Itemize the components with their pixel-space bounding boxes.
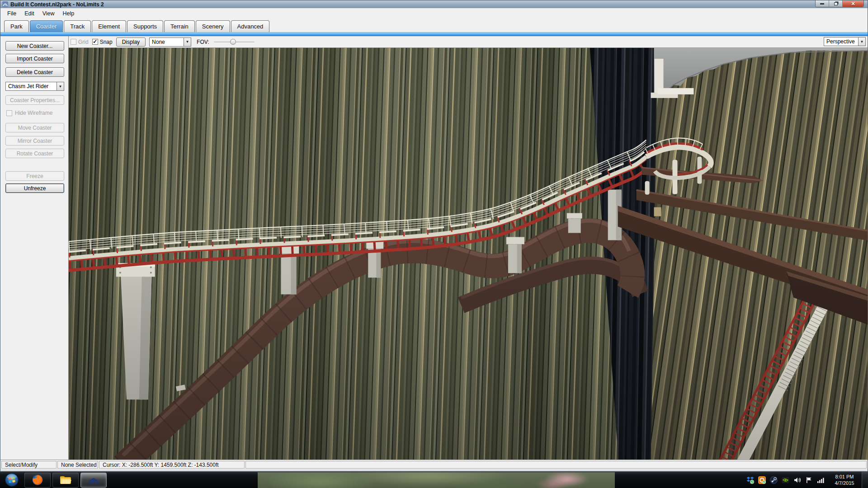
hide-wireframe-checkbox-row: Hide Wireframe	[6, 110, 52, 116]
menu-edit[interactable]: Edit	[20, 9, 38, 18]
windows-start-icon	[5, 473, 19, 487]
vignette	[69, 48, 868, 460]
display-button[interactable]: Display	[116, 38, 146, 47]
fov-label: FOV:	[197, 39, 209, 45]
taskbar-wallpaper-strip	[258, 472, 615, 488]
restore-button[interactable]	[829, 0, 843, 7]
minimize-icon	[820, 3, 824, 5]
steam-icon[interactable]	[768, 474, 779, 485]
desktop-screen: Build It Contest.nl2park - NoLimits 2 ✕ …	[0, 0, 868, 488]
close-button[interactable]: ✕	[843, 0, 863, 7]
menubar: File Edit View Help	[0, 8, 868, 19]
clock-time: 8:01 PM	[830, 474, 859, 480]
coaster-select-value: Chasm Jet Rider	[5, 82, 57, 91]
statusbar: Select/Modify None Selected Cursor: X: -…	[0, 460, 868, 469]
taskbar: 8:01 PM 4/7/2015	[0, 471, 868, 488]
tab-coaster[interactable]: Coaster	[30, 20, 63, 32]
nolimits2-window: Build It Contest.nl2park - NoLimits 2 ✕ …	[0, 0, 868, 471]
hide-wireframe-checkbox	[6, 110, 12, 116]
titlebar: Build It Contest.nl2park - NoLimits 2 ✕	[0, 0, 868, 8]
import-coaster-button[interactable]: Import Coaster	[5, 54, 64, 63]
dropbox-icon[interactable]	[745, 474, 755, 485]
viewport-toolbar: Grid ✓ Snap Display None ▼ FOV: Perspect…	[69, 36, 868, 48]
tab-supports[interactable]: Supports	[127, 20, 163, 32]
snap-label: Snap	[100, 39, 113, 45]
unfreeze-button[interactable]: Unfreeze	[5, 183, 64, 193]
taskbar-nolimits-button[interactable]	[80, 473, 107, 488]
network-signal-icon[interactable]	[815, 474, 826, 485]
menu-file[interactable]: File	[3, 9, 20, 18]
delete-coaster-button[interactable]: Delete Coaster	[5, 67, 64, 77]
freeze-button: Freeze	[5, 171, 64, 181]
menu-help[interactable]: Help	[59, 9, 79, 18]
volume-icon[interactable]	[792, 474, 802, 485]
tab-accent-bar	[0, 32, 868, 36]
tab-advanced[interactable]: Advanced	[231, 20, 270, 32]
taskbar-explorer-button[interactable]	[52, 473, 79, 488]
tab-element[interactable]: Element	[92, 20, 126, 32]
viewport-3d-canvas	[69, 48, 868, 460]
nolimits-icon	[88, 474, 99, 486]
system-tray: 8:01 PM 4/7/2015	[744, 472, 868, 488]
fov-slider[interactable]	[214, 39, 255, 45]
viewport-3d[interactable]	[69, 48, 868, 460]
coaster-select-dropdown[interactable]: Chasm Jet Rider ▼	[5, 82, 64, 91]
chevron-down-icon: ▼	[57, 82, 64, 91]
minimize-button[interactable]	[816, 0, 829, 7]
coaster-properties-button: Coaster Properties...	[5, 95, 64, 105]
taskbar-firefox-button[interactable]	[24, 473, 51, 488]
grid-label: Grid	[78, 39, 89, 45]
folder-icon	[59, 474, 72, 485]
tab-scenery[interactable]: Scenery	[196, 20, 230, 32]
action-center-flag-icon[interactable]	[803, 474, 814, 485]
coaster-sidebar: New Coaster... Import Coaster Delete Coa…	[0, 36, 69, 460]
display-mode-dropdown[interactable]: None ▼	[149, 38, 191, 47]
taskbar-clock[interactable]: 8:01 PM 4/7/2015	[830, 474, 859, 486]
status-empty	[245, 461, 867, 469]
status-cursor-coordinates: Cursor: X: -286.500ft Y: 1459.500ft Z: -…	[99, 461, 245, 469]
chevron-down-icon: ▼	[184, 38, 191, 47]
tab-park[interactable]: Park	[4, 20, 29, 32]
app-icon	[2, 1, 8, 7]
mirror-coaster-button: Mirror Coaster	[5, 136, 64, 145]
restore-icon	[834, 2, 838, 5]
rotate-coaster-button: Rotate Coaster	[5, 149, 64, 158]
nvidia-icon[interactable]	[780, 474, 791, 485]
show-desktop-button[interactable]	[862, 472, 868, 488]
status-mode: Select/Modify	[1, 461, 57, 469]
start-button[interactable]	[0, 472, 24, 488]
mode-tabbar: Park Coaster Track Element Supports Terr…	[0, 19, 868, 32]
window-title: Build It Contest.nl2park - NoLimits 2	[10, 1, 104, 8]
chevron-down-icon: ▼	[858, 37, 866, 46]
display-mode-value: None	[149, 38, 184, 47]
check-icon: ✓	[93, 39, 97, 44]
new-coaster-button[interactable]: New Coaster...	[5, 41, 64, 51]
close-icon: ✕	[851, 1, 855, 6]
firefox-icon	[32, 474, 43, 486]
hide-wireframe-label: Hide Wireframe	[15, 110, 52, 116]
tab-track[interactable]: Track	[64, 20, 91, 32]
window-controls: ✕	[815, 0, 864, 7]
grid-checkbox	[71, 39, 76, 45]
fov-slider-thumb[interactable]	[230, 39, 236, 45]
move-coaster-button: Move Coaster	[5, 123, 64, 132]
camera-mode-dropdown[interactable]: Perspective ▼	[824, 37, 866, 46]
camera-mode-value: Perspective	[824, 37, 858, 46]
menu-view[interactable]: View	[38, 9, 59, 18]
tab-terrain[interactable]: Terrain	[164, 20, 195, 32]
status-selection: None Selected	[57, 461, 98, 469]
clock-date: 4/7/2015	[830, 480, 859, 486]
snap-checkbox[interactable]: ✓	[92, 39, 98, 45]
update-tray-icon[interactable]	[756, 474, 767, 485]
